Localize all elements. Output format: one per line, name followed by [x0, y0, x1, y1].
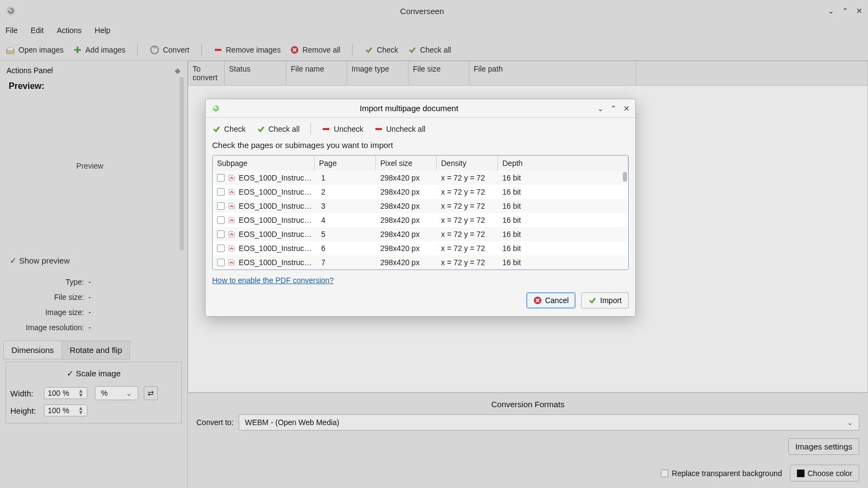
row-pixelsize: 298x420 px — [380, 258, 441, 267]
pdf-icon — [228, 259, 235, 266]
row-density: x = 72 y = 72 — [441, 188, 502, 196]
table-row[interactable]: EOS_100D_Instruc…4298x420 pxx = 72 y = 7… — [213, 213, 628, 227]
row-density: x = 72 y = 72 — [441, 230, 502, 239]
uncheck-icon — [322, 125, 330, 133]
table-row[interactable]: EOS_100D_Instruc…1298x420 pxx = 72 y = 7… — [213, 171, 628, 185]
row-subpage: EOS_100D_Instruc… — [239, 230, 312, 239]
row-subpage: EOS_100D_Instruc… — [239, 244, 312, 253]
col-depth[interactable]: Depth — [498, 156, 628, 171]
pdf-icon — [228, 174, 235, 182]
row-pixelsize: 298x420 px — [380, 244, 441, 253]
row-depth: 16 bit — [502, 258, 624, 267]
import-button[interactable]: Import — [581, 292, 629, 309]
row-density: x = 72 y = 72 — [441, 174, 502, 182]
col-page[interactable]: Page — [315, 156, 376, 171]
row-density: x = 72 y = 72 — [441, 216, 502, 224]
cancel-label: Cancel — [545, 296, 569, 305]
svg-rect-7 — [323, 128, 329, 130]
dialog-minimize-icon[interactable]: ⌄ — [597, 104, 604, 113]
row-density: x = 72 y = 72 — [441, 202, 502, 210]
row-subpage: EOS_100D_Instruc… — [239, 216, 312, 224]
dialog-check-all-label: Check all — [269, 125, 300, 133]
row-density: x = 72 y = 72 — [441, 258, 502, 267]
row-page: 6 — [319, 244, 380, 253]
col-density[interactable]: Density — [437, 156, 498, 171]
dialog-uncheck-label: Uncheck — [334, 125, 363, 133]
row-density: x = 72 y = 72 — [441, 244, 502, 253]
svg-rect-8 — [375, 128, 382, 130]
pdf-icon — [228, 245, 235, 252]
dialog-table: Subpage Page Pixel size Density Depth EO… — [212, 155, 629, 270]
table-row[interactable]: EOS_100D_Instruc…5298x420 pxx = 72 y = 7… — [213, 227, 628, 241]
dialog-uncheck-button[interactable]: Uncheck — [322, 125, 363, 133]
row-page: 5 — [319, 230, 380, 239]
table-row[interactable]: EOS_100D_Instruc…3298x420 pxx = 72 y = 7… — [213, 199, 628, 213]
row-page: 1 — [319, 174, 380, 182]
row-checkbox[interactable] — [217, 245, 225, 252]
table-row[interactable]: EOS_100D_Instruc…6298x420 pxx = 72 y = 7… — [213, 241, 628, 255]
dialog-check-button[interactable]: Check — [212, 125, 246, 133]
row-page: 7 — [319, 258, 380, 267]
table-row[interactable]: EOS_100D_Instruc…2298x420 pxx = 72 y = 7… — [213, 185, 628, 199]
col-pixelsize[interactable]: Pixel size — [376, 156, 437, 171]
row-subpage: EOS_100D_Instruc… — [239, 258, 312, 267]
row-depth: 16 bit — [502, 244, 624, 253]
row-pixelsize: 298x420 px — [380, 216, 441, 224]
row-checkbox[interactable] — [217, 188, 225, 196]
check-all-icon — [257, 125, 265, 133]
row-checkbox[interactable] — [217, 230, 225, 238]
uncheck-all-icon — [374, 125, 383, 133]
import-dialog: Import multipage document ⌄ ⌃ ✕ Check Ch… — [205, 99, 636, 317]
row-page: 2 — [319, 188, 380, 196]
dialog-toolbar-separator — [310, 123, 311, 135]
row-depth: 16 bit — [502, 188, 624, 196]
row-pixelsize: 298x420 px — [380, 174, 441, 182]
dialog-close-icon[interactable]: ✕ — [623, 104, 630, 113]
row-depth: 16 bit — [502, 230, 624, 239]
dialog-uncheck-all-button[interactable]: Uncheck all — [374, 125, 425, 133]
dialog-app-icon — [211, 104, 221, 113]
pdf-icon — [228, 202, 235, 210]
import-icon — [588, 296, 597, 305]
pdf-icon — [228, 230, 235, 238]
row-page: 3 — [319, 202, 380, 210]
dialog-check-all-button[interactable]: Check all — [257, 125, 300, 133]
dialog-maximize-icon[interactable]: ⌃ — [610, 104, 617, 113]
cancel-button[interactable]: Cancel — [526, 292, 576, 309]
pdf-icon — [228, 188, 235, 196]
row-checkbox[interactable] — [217, 174, 225, 182]
dialog-check-label: Check — [224, 125, 246, 133]
row-depth: 16 bit — [502, 174, 624, 182]
row-checkbox[interactable] — [217, 216, 225, 224]
dialog-title: Import multipage document — [221, 104, 597, 113]
row-pixelsize: 298x420 px — [380, 188, 441, 196]
dialog-scrollbar[interactable] — [623, 172, 627, 182]
row-subpage: EOS_100D_Instruc… — [239, 174, 312, 182]
row-checkbox[interactable] — [217, 259, 225, 266]
row-pixelsize: 298x420 px — [380, 230, 441, 239]
row-depth: 16 bit — [502, 216, 624, 224]
dialog-uncheck-all-label: Uncheck all — [386, 125, 425, 133]
check-icon — [212, 125, 221, 133]
row-depth: 16 bit — [502, 202, 624, 210]
row-subpage: EOS_100D_Instruc… — [239, 202, 312, 210]
svg-point-6 — [212, 104, 220, 112]
row-subpage: EOS_100D_Instruc… — [239, 188, 312, 196]
pdf-icon — [228, 216, 235, 224]
row-page: 4 — [319, 216, 380, 224]
pdf-help-link[interactable]: How to enable the PDF conversion? — [212, 276, 334, 285]
col-subpage[interactable]: Subpage — [213, 156, 315, 171]
table-row[interactable]: EOS_100D_Instruc…7298x420 pxx = 72 y = 7… — [213, 255, 628, 269]
cancel-icon — [533, 296, 542, 305]
import-label: Import — [600, 296, 622, 305]
row-pixelsize: 298x420 px — [380, 202, 441, 210]
dialog-instructions: Check the pages or subimages you want to… — [206, 140, 635, 155]
row-checkbox[interactable] — [217, 202, 225, 210]
